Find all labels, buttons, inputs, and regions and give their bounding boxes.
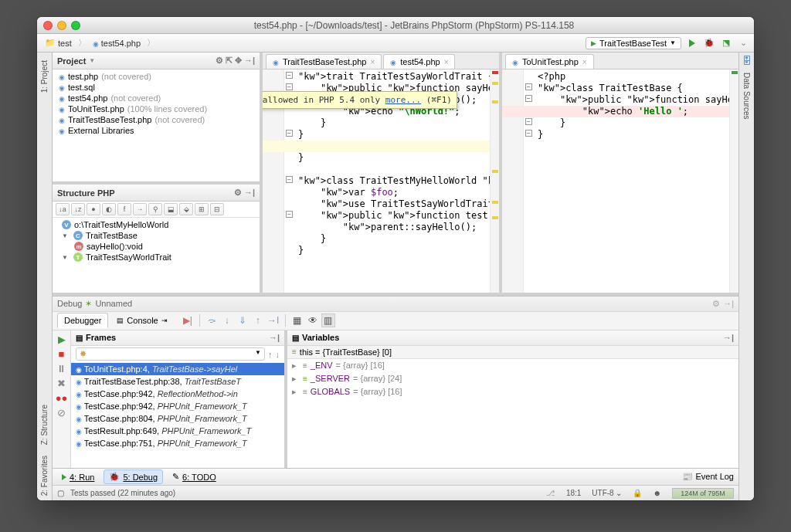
fold-toggle[interactable]: − xyxy=(286,83,293,90)
editor-tab[interactable]: ToUnitTest.php× xyxy=(505,54,594,69)
project-tree-item[interactable]: ToUnitTest.php (100% lines covered) xyxy=(56,103,256,114)
editor-tab[interactable]: test54.php× xyxy=(383,54,455,69)
filter-button[interactable]: f xyxy=(117,203,131,215)
rail-tab-favorites[interactable]: 2: Favorites xyxy=(39,451,50,500)
todo-tab[interactable]: ✎6: TODO xyxy=(168,470,221,483)
target-icon[interactable]: ✥ xyxy=(235,56,242,66)
filter-button[interactable]: ⚲ xyxy=(148,203,162,215)
error-mark[interactable] xyxy=(492,71,498,74)
breakpoints-button[interactable]: ●● xyxy=(56,392,68,404)
project-tree-item[interactable]: test.sql xyxy=(56,82,256,93)
expand-button[interactable]: ⊞ xyxy=(195,203,209,215)
run-config-select[interactable]: ▶ TraitTestBaseTest ▼ xyxy=(586,37,681,49)
structure-tree-item[interactable]: V o:\TraitTestMyHelloWorld xyxy=(56,219,256,230)
database-icon[interactable]: 🗄 xyxy=(742,56,752,66)
zoom-window-button[interactable] xyxy=(71,21,80,30)
git-icon[interactable]: ⎇ xyxy=(546,489,555,497)
error-stripe[interactable] xyxy=(490,69,499,293)
fold-toggle[interactable]: − xyxy=(525,130,532,137)
filter-button[interactable]: ● xyxy=(87,203,100,215)
rerun-button[interactable]: ▶ xyxy=(58,334,66,345)
debug-tab[interactable]: 5: Debug xyxy=(104,469,163,484)
mute-bp-button[interactable]: ⊘ xyxy=(57,407,66,418)
next-frame-button[interactable]: ↓ xyxy=(276,350,280,359)
collapse-button[interactable]: ⊟ xyxy=(210,203,224,215)
resume-button[interactable]: ■ xyxy=(59,348,65,360)
fold-toggle[interactable]: − xyxy=(286,72,293,79)
warning-mark[interactable] xyxy=(492,201,498,204)
sort-button[interactable]: ↓z xyxy=(71,203,85,215)
expand-toggle[interactable]: ▸ xyxy=(292,374,300,384)
console-tab[interactable]: ▤Console⇥ xyxy=(110,313,174,328)
filter-button[interactable]: → xyxy=(133,203,147,215)
close-window-button[interactable] xyxy=(43,21,53,30)
hide-icon[interactable]: →| xyxy=(244,56,255,66)
project-tree-item[interactable]: test.php (not covered) xyxy=(56,71,256,82)
show-exec-button[interactable]: ▶| xyxy=(181,313,195,327)
breadcrumb-item[interactable]: test xyxy=(42,36,75,49)
filter-button[interactable]: ◐ xyxy=(102,203,116,215)
filter-button[interactable]: ⬓ xyxy=(164,203,178,215)
stop-button[interactable]: ✖ xyxy=(57,378,66,389)
breadcrumb-item[interactable]: test54.php xyxy=(90,37,144,49)
fold-toggle[interactable]: − xyxy=(286,176,293,183)
this-variable[interactable]: ≡ this = {TraitTestBase} [0] xyxy=(287,346,738,359)
settings-icon[interactable]: ⚙ xyxy=(234,188,242,198)
project-tree-item[interactable]: TraitTestBaseTest.php (not covered) xyxy=(56,114,256,125)
step-out-button[interactable]: ↑ xyxy=(251,313,265,327)
code-editor[interactable]: − − − − − "kw">trait TraitTestSayWorldTr… xyxy=(263,69,499,293)
warning-mark[interactable] xyxy=(492,170,498,173)
stack-frame-row[interactable]: ◉ ToUnitTest.php:4, TraitTestBase->sayHe… xyxy=(71,363,284,375)
event-log-button[interactable]: 📰 Event Log xyxy=(682,472,734,482)
structure-tree-item[interactable]: ▼T TraitTestSayWorldTrait xyxy=(56,252,256,263)
stack-frame-row[interactable]: ◉ TestResult.php:649, PHPUnit_Framework_… xyxy=(71,425,284,437)
fold-toggle[interactable]: − xyxy=(286,211,293,218)
close-tab-button[interactable]: × xyxy=(370,58,375,66)
tool-window-toggle[interactable]: ▢ xyxy=(57,489,64,497)
evaluate-button[interactable]: ▦ xyxy=(290,313,304,327)
stack-frame-row[interactable]: ◉ TestCase.php:942, ReflectionMethod->in xyxy=(71,388,284,400)
lock-icon[interactable]: 🔒 xyxy=(633,489,642,497)
debug-button[interactable] xyxy=(703,37,715,49)
minimize-window-button[interactable] xyxy=(57,21,66,30)
memory-indicator[interactable]: 124M of 795M xyxy=(672,488,734,499)
stack-frame-row[interactable]: ◉ TestCase.php:804, PHPUnit_Framework_T xyxy=(71,412,284,425)
structure-tree-item[interactable]: ▼C TraitTestBase xyxy=(56,230,256,241)
step-into-button[interactable]: ↓ xyxy=(220,313,234,327)
sort-button[interactable]: ↓a xyxy=(56,203,70,215)
tooltip-more-link[interactable]: more... xyxy=(385,95,421,105)
chevron-down-icon[interactable]: ▼ xyxy=(89,57,95,64)
editor-tab[interactable]: TraitTestBaseTest.php× xyxy=(266,54,382,69)
project-tree-item[interactable]: test54.php (not covered) xyxy=(56,93,256,103)
fold-toggle[interactable]: − xyxy=(525,95,532,102)
thread-select[interactable]: ✸ ▼ xyxy=(76,347,265,361)
code-editor[interactable]: − − − − <?php "kw">class TraitTestBase {… xyxy=(502,69,738,293)
hide-icon[interactable]: →| xyxy=(723,299,734,309)
coverage-button[interactable]: ⬔ xyxy=(720,37,732,49)
variable-row[interactable]: ▸≡ _SERVER = {array} [24] xyxy=(287,372,738,385)
layout-button[interactable]: ▥ xyxy=(321,313,335,327)
warning-mark[interactable] xyxy=(492,216,498,219)
prev-frame-button[interactable]: ↑ xyxy=(268,350,273,359)
warning-mark[interactable] xyxy=(492,100,498,103)
settings-icon[interactable]: ⚙ xyxy=(216,56,223,66)
filter-button[interactable]: ⬙ xyxy=(179,203,193,215)
rail-tab-project[interactable]: 1: Project xyxy=(39,56,50,97)
watches-button[interactable]: 👁 xyxy=(306,313,320,327)
search-button[interactable]: ⌄ xyxy=(737,37,749,49)
rail-tab-data-sources[interactable]: Data Sources xyxy=(741,68,752,124)
error-stripe[interactable] xyxy=(729,69,738,293)
debugger-tab[interactable]: Debugger xyxy=(57,313,108,328)
rail-tab-structure[interactable]: Z: Structure xyxy=(39,400,50,449)
run-tab[interactable]: 4: Run xyxy=(57,471,99,483)
collapse-icon[interactable]: ⇱ xyxy=(226,56,233,66)
fold-toggle[interactable]: − xyxy=(525,118,532,125)
expand-toggle[interactable]: ▸ xyxy=(292,361,300,371)
stack-frame-row[interactable]: ◉ TestCase.php:942, PHPUnit_Framework_T xyxy=(71,400,284,412)
fold-toggle[interactable]: − xyxy=(286,130,293,137)
run-to-cursor-button[interactable]: →I xyxy=(266,313,280,327)
close-tab-button[interactable]: × xyxy=(582,58,587,66)
project-tree-item[interactable]: External Libraries xyxy=(56,125,256,136)
settings-icon[interactable]: ⚙ xyxy=(712,299,720,309)
pause-button[interactable]: ⏸ xyxy=(56,363,66,374)
